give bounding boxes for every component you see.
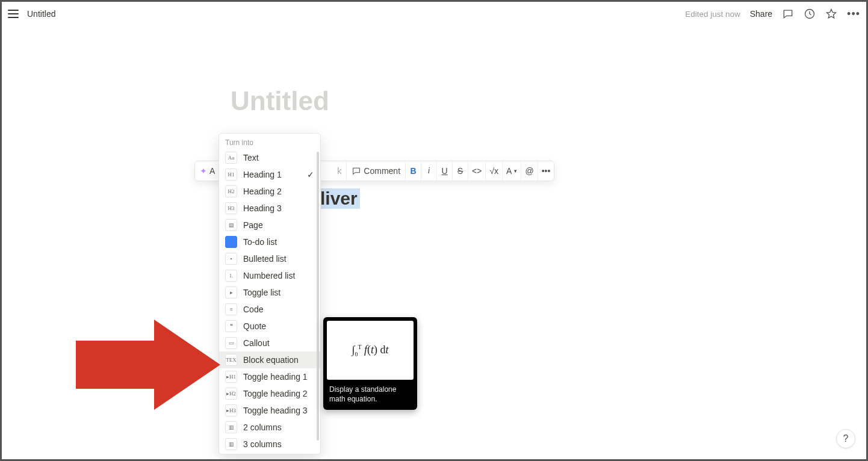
menu-item-heading-1[interactable]: H1Heading 1✓ bbox=[219, 166, 320, 183]
history-icon[interactable] bbox=[804, 8, 816, 20]
menu-item-to-do-list[interactable]: To-do list bbox=[219, 234, 320, 250]
menu-toggle-icon[interactable] bbox=[8, 10, 19, 18]
menu-item-icon: ❝ bbox=[225, 320, 237, 332]
menu-item-icon bbox=[225, 236, 237, 248]
menu-item-code[interactable]: ≡Code bbox=[219, 301, 320, 318]
comments-icon[interactable] bbox=[782, 8, 794, 20]
bold-button[interactable]: B bbox=[405, 161, 421, 181]
menu-item-label: 3 columns bbox=[243, 439, 282, 449]
menu-item-label: Numbered list bbox=[243, 271, 295, 280]
check-icon: ✓ bbox=[307, 170, 314, 179]
page-title-area: Untitled bbox=[231, 86, 329, 116]
menu-item-numbered-list[interactable]: 1.Numbered list bbox=[219, 267, 320, 284]
menu-item-label: Toggle heading 3 bbox=[243, 406, 308, 415]
menu-item-icon: ▸H1 bbox=[225, 371, 237, 383]
mention-button[interactable]: @ bbox=[521, 161, 537, 181]
more-options-icon[interactable]: ••• bbox=[847, 8, 860, 19]
menu-item-toggle-list[interactable]: ▸Toggle list bbox=[219, 284, 320, 301]
preview-description: Display a standalone math equation. bbox=[327, 380, 414, 406]
menu-item-label: Toggle heading 2 bbox=[243, 389, 308, 398]
page-title-placeholder[interactable]: Untitled bbox=[231, 86, 329, 116]
menu-item-block-equation[interactable]: TEXBlock equation bbox=[219, 351, 320, 368]
menu-item-label: Bulleted list bbox=[243, 254, 287, 264]
menu-item-heading-3[interactable]: H3Heading 3 bbox=[219, 200, 320, 217]
menu-item-page[interactable]: ▤Page bbox=[219, 217, 320, 234]
menu-item-label: Callout bbox=[243, 338, 270, 348]
menu-header: Turn into bbox=[219, 134, 320, 149]
menu-item-icon: TEX bbox=[225, 354, 237, 366]
menu-item-label: Toggle list bbox=[243, 288, 281, 297]
menu-item-quote[interactable]: ❝Quote bbox=[219, 318, 320, 335]
menu-item-icon: H1 bbox=[225, 169, 237, 181]
underline-button[interactable]: U bbox=[436, 161, 452, 181]
menu-item-icon: • bbox=[225, 253, 237, 265]
menu-item-icon: ▥ bbox=[225, 421, 237, 433]
comment-button[interactable]: Comment bbox=[346, 161, 405, 181]
menu-item-text[interactable]: AaText bbox=[219, 149, 320, 166]
menu-item-icon: H2 bbox=[225, 185, 237, 197]
menu-item-label: 2 columns bbox=[243, 422, 282, 432]
menu-item-icon: ▸H3 bbox=[225, 404, 237, 416]
menu-item-label: Quote bbox=[243, 321, 266, 331]
block-equation-preview-tooltip: ∫0T f(t) dt Display a standalone math eq… bbox=[323, 317, 417, 410]
menu-item-icon: ▤ bbox=[225, 219, 237, 231]
menu-item-icon: ▸H2 bbox=[225, 388, 237, 400]
menu-item-2-columns[interactable]: ▥2 columns bbox=[219, 419, 320, 436]
menu-item-toggle-heading-2[interactable]: ▸H2Toggle heading 2 bbox=[219, 385, 320, 402]
menu-item-heading-2[interactable]: H2Heading 2 bbox=[219, 183, 320, 200]
equation-preview-image: ∫0T f(t) dt bbox=[327, 321, 414, 380]
menu-item-toggle-heading-3[interactable]: ▸H3Toggle heading 3 bbox=[219, 402, 320, 419]
menu-item-label: Code bbox=[243, 305, 263, 314]
strikethrough-button[interactable]: S bbox=[452, 161, 468, 181]
menu-item-bulleted-list[interactable]: •Bulleted list bbox=[219, 250, 320, 267]
help-button[interactable]: ? bbox=[836, 429, 855, 448]
topbar: Untitled Edited just now Share ••• bbox=[2, 2, 866, 26]
menu-item-icon: ▥ bbox=[225, 438, 237, 450]
menu-item-3-columns[interactable]: ▥3 columns bbox=[219, 436, 320, 453]
menu-item-callout[interactable]: ▭Callout bbox=[219, 335, 320, 351]
menu-item-label: Heading 1 bbox=[243, 170, 282, 179]
turn-into-menu: Turn into AaTextH1Heading 1✓H2Heading 2H… bbox=[219, 133, 321, 454]
menu-item-label: To-do list bbox=[243, 237, 277, 247]
italic-button[interactable]: i bbox=[421, 161, 436, 181]
edited-status: Edited just now bbox=[685, 10, 740, 19]
code-button[interactable]: <> bbox=[468, 161, 485, 181]
menu-item-icon: ≡ bbox=[225, 303, 237, 315]
menu-item-label: Text bbox=[243, 153, 259, 162]
menu-item-label: Block equation bbox=[243, 355, 299, 365]
menu-item-toggle-heading-1[interactable]: ▸H1Toggle heading 1 bbox=[219, 368, 320, 385]
text-color-button[interactable]: A▾ bbox=[502, 161, 521, 181]
selected-heading-text[interactable]: liver bbox=[318, 188, 360, 209]
share-button[interactable]: Share bbox=[750, 9, 772, 19]
breadcrumb-title[interactable]: Untitled bbox=[27, 9, 55, 19]
ask-ai-button[interactable]: ✦A bbox=[195, 161, 220, 181]
menu-item-label: Page bbox=[243, 220, 263, 230]
menu-item-label: Heading 2 bbox=[243, 187, 282, 196]
menu-item-icon: Aa bbox=[225, 152, 237, 164]
equation-button[interactable]: √x bbox=[485, 161, 502, 181]
format-more-button[interactable]: ••• bbox=[538, 161, 554, 181]
menu-item-icon: ▭ bbox=[225, 337, 237, 349]
menu-item-icon: ▸ bbox=[225, 286, 237, 299]
annotation-arrow-icon bbox=[73, 314, 223, 418]
favorite-star-icon[interactable] bbox=[825, 8, 837, 20]
menu-item-label: Heading 3 bbox=[243, 203, 282, 213]
menu-item-icon: 1. bbox=[225, 270, 237, 282]
menu-item-icon: H3 bbox=[225, 202, 237, 214]
menu-item-label: Toggle heading 1 bbox=[243, 372, 308, 382]
